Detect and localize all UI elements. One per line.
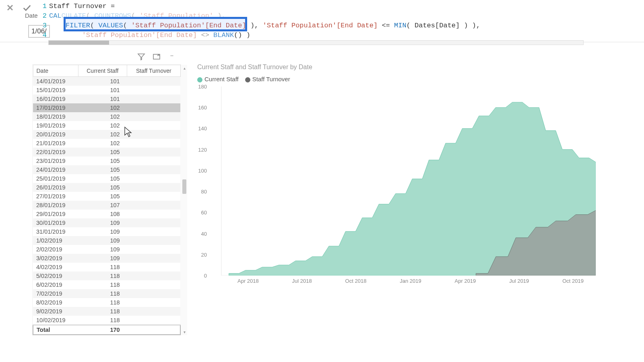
legend-item-staff-turnover[interactable]: Staff Turnover <box>245 76 290 82</box>
table-row[interactable]: 9/02/2019118 <box>33 307 180 316</box>
table-row[interactable]: 22/01/2019105 <box>33 148 180 156</box>
scroll-up-arrow[interactable]: ▴ <box>182 65 187 71</box>
table-row[interactable]: 21/01/2019102 <box>33 139 180 148</box>
col-header-current-staff[interactable]: Current Staff <box>78 65 127 77</box>
scrollbar-thumb[interactable] <box>182 179 186 194</box>
table-row[interactable]: 31/01/2019109 <box>33 227 180 236</box>
table-row[interactable]: 7/02/2019118 <box>33 289 180 298</box>
legend-swatch-teal <box>197 77 202 82</box>
focus-mode-icon[interactable] <box>152 52 161 61</box>
col-header-staff-turnover[interactable]: Staff Turnover <box>127 65 180 77</box>
data-table-visual[interactable]: Date Current Staff Staff Turnover 14/01/… <box>32 64 181 335</box>
table-row[interactable]: 15/01/2019101 <box>33 86 180 95</box>
filter-icon[interactable] <box>137 52 146 61</box>
commit-formula-button[interactable] <box>23 3 31 12</box>
svg-point-3 <box>173 56 173 56</box>
cancel-formula-button[interactable] <box>6 3 14 12</box>
table-vertical-scrollbar[interactable]: ▴ ▾ <box>182 65 187 335</box>
table-row[interactable]: 14/01/2019101 <box>33 77 180 86</box>
table-row[interactable]: 1/02/2019109 <box>33 236 180 245</box>
table-row[interactable]: 8/02/2019118 <box>33 298 180 307</box>
table-row[interactable]: 25/01/2019105 <box>33 174 180 183</box>
table-row[interactable]: 27/01/2019105 <box>33 192 180 201</box>
col-header-date[interactable]: Date <box>33 65 78 77</box>
scrollbar-thumb[interactable] <box>49 41 109 45</box>
table-total-row: Total 170 <box>33 325 180 335</box>
svg-point-1 <box>171 56 171 56</box>
table-row[interactable]: 19/01/2019102 <box>33 121 180 130</box>
legend-item-current-staff[interactable]: Current Staff <box>197 76 239 82</box>
svg-point-2 <box>171 56 172 56</box>
table-row[interactable]: 28/01/2019107 <box>33 201 180 210</box>
area-chart-visual[interactable]: Current Staff and Staff Turnover by Date… <box>197 64 600 276</box>
table-row[interactable]: 24/01/2019105 <box>33 165 180 174</box>
table-row[interactable]: 6/02/2019118 <box>33 280 180 289</box>
table-row[interactable]: 16/01/2019101 <box>33 95 180 103</box>
table-row[interactable]: 5/02/2019118 <box>33 272 180 280</box>
table-row[interactable]: 17/01/2019102 <box>33 103 180 112</box>
table-row[interactable]: 20/01/2019102 <box>33 130 180 139</box>
table-row[interactable]: 29/01/2019108 <box>33 210 180 218</box>
chart-plot-area[interactable]: Apr 2018Jul 2018Oct 2018Jan 2019Apr 2019… <box>209 86 596 276</box>
table-row[interactable]: 23/01/2019105 <box>33 156 180 165</box>
table-row[interactable]: 4/02/2019118 <box>33 263 180 272</box>
chart-legend: Current Staff Staff Turnover <box>197 76 600 82</box>
table-header-row: Date Current Staff Staff Turnover <box>33 65 180 77</box>
legend-swatch-dark <box>245 77 250 82</box>
dax-editor[interactable]: 1Staff Turnover = 2CALCULATE( COUNTROWS(… <box>42 2 480 40</box>
table-row[interactable]: 2/02/2019109 <box>33 245 180 254</box>
formula-bar: Date 1/06/ 1Staff Turnover = 2CALCULATE(… <box>0 0 644 42</box>
scroll-down-arrow[interactable]: ▾ <box>182 329 187 335</box>
table-row[interactable]: 30/01/2019109 <box>33 218 180 227</box>
more-options-icon[interactable] <box>167 52 176 61</box>
chart-x-axis-labels: Apr 2018Jul 2018Oct 2018Jan 2019Apr 2019… <box>209 276 596 284</box>
chart-title: Current Staff and Staff Turnover by Date <box>197 64 600 71</box>
table-row[interactable]: 3/02/2019109 <box>33 254 180 263</box>
peek-column-label: Date <box>25 12 38 19</box>
table-row[interactable]: 18/01/2019102 <box>33 112 180 121</box>
formula-horizontal-scrollbar[interactable] <box>48 40 584 45</box>
visual-header-toolbar <box>137 52 176 61</box>
table-row[interactable]: 10/02/2019118 <box>33 316 180 325</box>
table-row[interactable]: 26/01/2019105 <box>33 183 180 192</box>
